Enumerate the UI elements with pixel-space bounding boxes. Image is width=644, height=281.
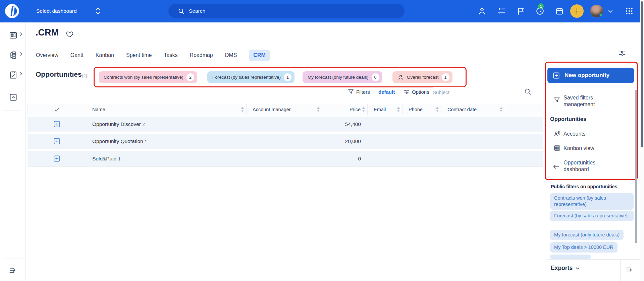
- new-opportunity-button[interactable]: New opportunity: [547, 68, 634, 83]
- panel-scrollbar[interactable]: [635, 90, 637, 243]
- tasks-checklist-icon[interactable]: [495, 4, 508, 18]
- sidebar-bottom-divider: [3, 259, 22, 259]
- tab-kanban[interactable]: Kanban: [96, 52, 114, 58]
- table-search-icon[interactable]: [524, 88, 532, 95]
- dashboards-icon[interactable]: [7, 29, 19, 41]
- public-filter-contracts-won[interactable]: Contracts won (by sales representative): [550, 193, 634, 210]
- public-filter-top-deals[interactable]: My Top deals > 10000 EUR: [550, 242, 618, 253]
- table-row[interactable]: Opportunity Discover2 54,400: [28, 117, 543, 132]
- filter-chip-contracts-won[interactable]: Contracts won (by sales representative) …: [99, 71, 197, 83]
- panel-section-opportunities: Opportunities: [550, 116, 586, 122]
- app-logo[interactable]: [5, 4, 19, 18]
- filter-chip-overall-forecast[interactable]: Overall forecast 1: [392, 71, 452, 83]
- chevron-down-icon: [575, 266, 580, 271]
- public-filter-forecast[interactable]: Forecast (by sales representative): [550, 211, 634, 221]
- dashboards-chevron-icon[interactable]: [19, 32, 23, 37]
- search-icon: [178, 8, 185, 15]
- toolbar-divider: [374, 88, 374, 95]
- column-price[interactable]: Price: [322, 104, 368, 115]
- column-select-all[interactable]: [28, 104, 86, 115]
- filters-label[interactable]: Filters: [356, 89, 370, 95]
- sort-icons[interactable]: [362, 107, 365, 112]
- column-account-manager[interactable]: Account manager: [247, 104, 322, 115]
- section-count: (4): [82, 73, 87, 78]
- table-bottom-line: [28, 166, 543, 167]
- time-badge: 1: [538, 3, 544, 9]
- accounts-people-icon: [553, 130, 560, 137]
- subject-search-input[interactable]: [433, 87, 521, 97]
- tab-roadmap[interactable]: Roadmap: [190, 52, 213, 58]
- select-dashboard-button[interactable]: Select dashboard: [36, 8, 77, 14]
- page-title: .CRM: [36, 27, 59, 38]
- chip-count-badge: 0: [372, 73, 379, 81]
- menu-accounts[interactable]: Accounts: [564, 131, 586, 137]
- sort-icons[interactable]: [436, 107, 439, 112]
- collapse-up-icon[interactable]: [7, 91, 19, 103]
- menu-saved-filters[interactable]: Saved filters management: [564, 94, 595, 108]
- footer-vertical-divider: [620, 260, 621, 281]
- filter-chip-my-forecast[interactable]: My forecast (only future deals) 0: [303, 71, 382, 83]
- menu-kanban-view[interactable]: Kanban view: [564, 145, 594, 152]
- panel-collapse-icon[interactable]: [625, 266, 634, 274]
- favorite-heart-icon[interactable]: [66, 30, 74, 38]
- tab-spent-time[interactable]: Spent time: [126, 52, 152, 58]
- public-filters-heading: Public filters on opportunities: [551, 184, 617, 189]
- expand-row-icon[interactable]: [53, 120, 61, 128]
- chip-count-badge: 1: [442, 73, 449, 81]
- sort-icons[interactable]: [397, 107, 400, 112]
- opportunity-name[interactable]: Sold&Paid1: [86, 156, 247, 162]
- column-extra: [505, 104, 543, 115]
- flag-icon[interactable]: [514, 4, 528, 18]
- filters-funnel-icon[interactable]: [347, 88, 354, 95]
- chip-count-badge: 1: [284, 73, 291, 81]
- apps-grid-icon[interactable]: [623, 4, 636, 18]
- opportunity-name[interactable]: Opportunity Discover2: [86, 121, 247, 127]
- calendar-icon[interactable]: [553, 4, 566, 18]
- table-header: Name Account manager Price Email Phone C…: [28, 104, 543, 115]
- tabs-divider: [26, 63, 546, 63]
- project-tree-icon[interactable]: [7, 49, 19, 61]
- tab-overview[interactable]: Overview: [36, 52, 58, 58]
- sort-icons[interactable]: [241, 107, 244, 112]
- price-cell: 20,000: [322, 138, 368, 144]
- options-label[interactable]: Options: [412, 89, 429, 95]
- opportunity-name[interactable]: Opportunity Quotation1: [86, 138, 247, 144]
- chip-count-badge: 2: [186, 73, 194, 81]
- dashboard-switcher-icon[interactable]: [95, 7, 101, 15]
- column-name[interactable]: Name: [86, 104, 247, 115]
- quick-add-button[interactable]: [570, 4, 584, 18]
- project-tabs: Overview Gantt Kanban Spent time Tasks R…: [36, 49, 270, 62]
- back-arrow-icon: [552, 163, 559, 170]
- sidebar-expand-icon[interactable]: [7, 265, 19, 276]
- column-email[interactable]: Email: [368, 104, 402, 115]
- menu-opportunities-dashboard[interactable]: Opportunities dashboard: [564, 159, 595, 173]
- profile-chevron-down-icon[interactable]: [608, 9, 613, 13]
- tab-gantt[interactable]: Gantt: [70, 52, 84, 58]
- tab-crm-active[interactable]: CRM: [249, 50, 270, 61]
- sort-icons[interactable]: [317, 107, 320, 112]
- saved-filter-link[interactable]: default: [378, 89, 395, 95]
- page-scrollbar-thumb[interactable]: [641, 1, 643, 147]
- tab-dms[interactable]: DMS: [225, 52, 237, 58]
- column-contract-date[interactable]: Contract date: [441, 104, 505, 115]
- tasks-clipboard-icon[interactable]: [7, 69, 19, 80]
- exports-button[interactable]: Exports: [551, 265, 580, 272]
- left-sidebar: [0, 22, 26, 281]
- tasks-chevron-icon[interactable]: [19, 71, 23, 76]
- column-phone[interactable]: Phone: [402, 104, 441, 115]
- expand-row-icon[interactable]: [53, 137, 61, 145]
- filter-chip-forecast[interactable]: Forecast (by sales representative) 1: [207, 71, 294, 83]
- table-row[interactable]: Opportunity Quotation1 20,000: [28, 134, 543, 149]
- table-row[interactable]: Sold&Paid1 0: [28, 151, 543, 166]
- user-icon[interactable]: [475, 4, 489, 18]
- expand-row-icon[interactable]: [53, 155, 61, 162]
- global-search[interactable]: Search: [168, 4, 405, 18]
- sort-icons[interactable]: [500, 107, 502, 112]
- public-filter-pill-clipped[interactable]: [550, 255, 591, 259]
- plus-square-icon: [552, 72, 560, 79]
- options-sliders-icon[interactable]: [403, 88, 410, 95]
- tab-tasks[interactable]: Tasks: [164, 52, 177, 58]
- public-filter-my-forecast[interactable]: My forecast (only future deals): [550, 230, 624, 240]
- customize-page-icon[interactable]: [618, 49, 626, 57]
- project-tree-chevron-icon[interactable]: [19, 52, 23, 56]
